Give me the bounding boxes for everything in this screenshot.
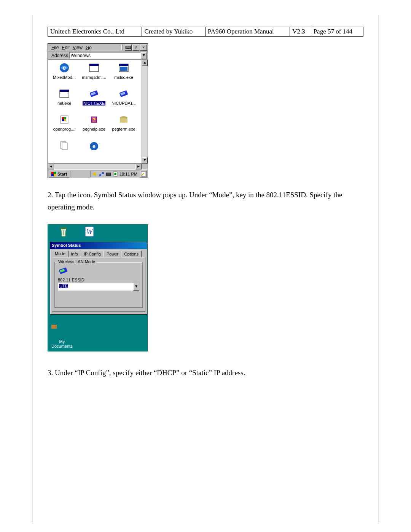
file-item[interactable]: net.exe <box>49 87 79 113</box>
address-input[interactable]: \Windows <box>69 52 141 59</box>
svg-rect-5 <box>119 64 128 66</box>
tab-pane: Wireless LAN Mode 802.11 ESSID: UTE ▼ <box>52 257 145 312</box>
tab-options[interactable]: Options <box>121 251 142 257</box>
my-docs-line1: My <box>51 339 73 344</box>
start-button[interactable]: Start <box>49 171 69 177</box>
svg-point-34 <box>114 173 116 175</box>
file-label: net.exe <box>49 101 79 105</box>
my-documents-label[interactable]: My Documents <box>51 339 73 348</box>
book-icon: ? <box>88 113 100 126</box>
tab-power[interactable]: Power <box>104 251 121 257</box>
svg-rect-26 <box>54 172 56 174</box>
file-item[interactable]: pegterm.exe <box>109 113 139 139</box>
file-browser-window: File Edit View Go ⌨ ? × Address \Windows… <box>48 43 148 178</box>
svg-rect-8 <box>60 90 69 92</box>
docs-icon <box>58 139 71 152</box>
tray-speaker-icon[interactable] <box>92 171 97 177</box>
file-label: NICTT.EXE <box>79 101 109 105</box>
help-icon-button[interactable]: ? <box>132 45 139 51</box>
file-label: peghelp.exe <box>79 127 109 131</box>
grip-icon <box>121 45 123 50</box>
address-bar: Address \Windows ▼ <box>48 51 148 60</box>
svg-marker-29 <box>93 172 96 176</box>
svg-rect-15 <box>64 117 66 119</box>
keyboard-icon-button[interactable]: ⌨ <box>125 45 132 51</box>
desktop-button[interactable] <box>140 171 147 177</box>
svg-rect-31 <box>102 172 104 174</box>
titlebar[interactable]: Symbol Status <box>50 242 147 249</box>
tab-mode[interactable]: Mode <box>52 251 68 257</box>
svg-rect-16 <box>62 119 64 121</box>
nic-card-icon <box>88 87 100 100</box>
phone-icon <box>117 113 130 126</box>
svg-rect-3 <box>89 64 99 66</box>
tab-info[interactable]: Info <box>68 251 81 257</box>
scroll-left-button[interactable]: ◄ <box>48 164 54 169</box>
svg-rect-36 <box>60 227 67 229</box>
start-label: Start <box>57 172 67 176</box>
hdr-cell-page: Page 57 of 144 <box>311 27 363 37</box>
file-label: NICUPDAT... <box>109 101 139 105</box>
scroll-right-button[interactable]: ► <box>135 164 142 169</box>
partial-desic-icon <box>51 325 58 329</box>
menu-go[interactable]: Go <box>86 45 92 50</box>
tray-doc-icon[interactable] <box>113 171 118 177</box>
file-item[interactable]: mstsc.exe <box>109 61 139 87</box>
svg-rect-27 <box>51 174 54 176</box>
menu-edit[interactable]: Edit <box>62 45 70 50</box>
essid-dropdown-button[interactable]: ▼ <box>133 283 139 291</box>
horizontal-scrollbar[interactable]: ◄ ► <box>48 163 148 169</box>
essid-input[interactable]: UTE <box>58 283 133 291</box>
menu-view[interactable]: View <box>73 45 83 50</box>
scroll-down-button[interactable]: ▼ <box>142 157 148 163</box>
file-item[interactable]: ? peghelp.exe <box>79 113 109 139</box>
svg-text:W: W <box>86 227 94 236</box>
file-item[interactable]: e MixedMod... <box>49 61 79 87</box>
svg-rect-22 <box>62 143 67 150</box>
system-tray[interactable]: 10:11 PM <box>90 171 139 177</box>
vertical-scrollbar[interactable]: ▲ ▼ <box>142 60 148 163</box>
instruction-step-2: 2. Tap the icon. Symbol Status window po… <box>48 189 363 214</box>
window-icon <box>88 61 100 74</box>
ie-icon: e <box>58 61 71 74</box>
word-icon[interactable]: W <box>79 225 102 238</box>
file-label: MixedMod... <box>49 75 79 80</box>
taskbar: Start 10:11 PM <box>48 169 148 178</box>
file-label: openprog.... <box>49 127 79 131</box>
file-item[interactable]: e <box>79 139 109 163</box>
file-label: mstsc.exe <box>109 75 139 80</box>
recycle-bin-icon[interactable] <box>53 225 76 238</box>
nic-card-icon <box>58 265 68 276</box>
file-item[interactable]: NICTT.EXE <box>79 87 109 113</box>
clock: 10:11 PM <box>119 172 137 176</box>
svg-rect-41 <box>51 325 57 329</box>
tab-ip-config[interactable]: IP Config <box>81 251 104 257</box>
svg-rect-28 <box>54 174 56 176</box>
tray-keyboard-icon[interactable] <box>106 171 111 177</box>
essid-combobox[interactable]: UTE ▼ <box>58 283 139 291</box>
file-label: pegterm.exe <box>109 127 139 131</box>
document-page: Unitech Electronics Co., Ltd Created by … <box>32 15 379 522</box>
address-label: Address <box>51 53 68 58</box>
file-item[interactable]: NICUPDAT... <box>109 87 139 113</box>
hdr-cell-title: PA960 Operation Manual <box>205 27 290 37</box>
svg-rect-17 <box>64 119 66 121</box>
svg-rect-32 <box>106 173 111 176</box>
hdr-cell-author: Created by Yukiko <box>142 27 205 37</box>
scroll-track[interactable] <box>54 164 135 169</box>
svg-rect-30 <box>99 174 101 176</box>
file-list-pane: e MixedMod... msmqadm.... mstsc.exe <box>48 60 148 163</box>
file-item[interactable] <box>49 139 79 163</box>
grip-icon <box>49 53 50 58</box>
scroll-track[interactable] <box>142 66 148 157</box>
tray-network-icon[interactable] <box>99 171 104 177</box>
file-label: msmqadm.... <box>79 75 109 80</box>
address-dropdown-button[interactable]: ▼ <box>141 52 147 59</box>
scroll-up-button[interactable]: ▲ <box>142 60 148 66</box>
file-grid[interactable]: e MixedMod... msmqadm.... mstsc.exe <box>48 60 142 163</box>
close-icon-button[interactable]: × <box>140 45 147 51</box>
menu-file[interactable]: File <box>51 45 59 50</box>
file-item[interactable]: msmqadm.... <box>79 61 109 87</box>
svg-text:e: e <box>63 64 66 71</box>
file-item[interactable]: openprog.... <box>49 113 79 139</box>
